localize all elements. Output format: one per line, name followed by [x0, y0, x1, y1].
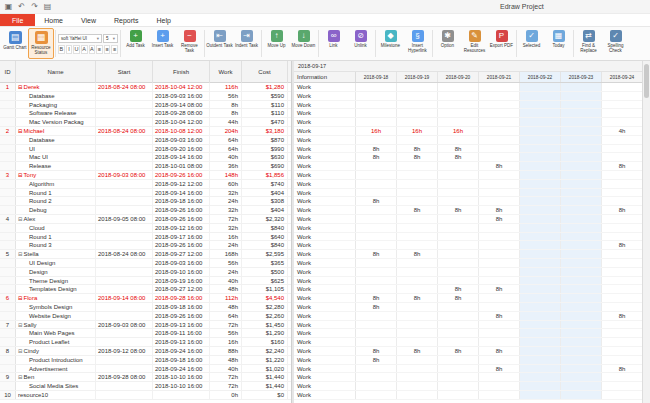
timeline-row[interactable]: Work — [294, 233, 642, 242]
timeline-row[interactable]: Work8h8h — [294, 162, 642, 171]
timeline-row[interactable]: Work8h8h8h8h — [294, 347, 642, 356]
collapse-icon[interactable]: ⊟ — [18, 216, 23, 222]
add-task-button[interactable]: +Add Task — [122, 28, 149, 59]
collapse-icon[interactable]: ⊟ — [18, 295, 23, 301]
timeline-row[interactable]: Work8h8h8h — [294, 294, 642, 303]
table-row[interactable]: Website Design2018-09-26 16:0064h$2,260 — [0, 312, 291, 321]
timeline-row[interactable]: Work8h8h — [294, 365, 642, 374]
table-row[interactable]: UI Design2018-09-03 16:0056h$365 — [0, 259, 291, 268]
remove-task-button[interactable]: −Remove Task — [176, 28, 203, 59]
indent-task-button[interactable]: ⇥Indent Task — [233, 28, 260, 59]
table-row[interactable]: 2⊟Michael2018-08-24 08:002018-10-08 12:0… — [0, 127, 291, 136]
timeline-row[interactable]: Work8h8h — [294, 250, 642, 259]
timeline-row[interactable]: Work8h8h8h — [294, 145, 642, 154]
table-row[interactable]: Database2018-09-03 16:0056h$590 — [0, 92, 291, 101]
table-row[interactable]: 9⊟Ben2018-09-28 08:002018-10-10 16:0072h… — [0, 373, 291, 382]
timeline-row[interactable]: Work — [294, 101, 642, 110]
timeline-row[interactable]: Work — [294, 321, 642, 330]
insert-hyperlink-button[interactable]: §Insert Hyperlink — [404, 28, 431, 59]
table-row[interactable]: Product Introduction2018-09-18 16:0048h$… — [0, 356, 291, 365]
table-row[interactable]: Advertisement2018-09-24 16:0040h$1,020 — [0, 365, 291, 374]
today-button[interactable]: ▦Today — [545, 28, 572, 59]
table-row[interactable]: Main Web Pages2018-09-11 16:0056h$1,290 — [0, 329, 291, 338]
column-header-cost[interactable]: Cost — [242, 61, 288, 83]
redo-icon[interactable]: ↷ — [29, 1, 40, 12]
spelling-check-button[interactable]: ✓Spelling Check — [602, 28, 629, 59]
table-row[interactable]: Design2018-09-10 16:0024h$500 — [0, 268, 291, 277]
grow-font-button[interactable]: A — [81, 45, 88, 54]
collapse-icon[interactable]: ⊟ — [18, 251, 23, 257]
table-row[interactable]: Cloud2018-09-12 16:0032h$840 — [0, 224, 291, 233]
table-row[interactable]: Mac UI2018-09-14 16:0040h$630 — [0, 153, 291, 162]
link-button[interactable]: ∞Link — [320, 28, 347, 59]
timeline-row[interactable]: Work — [294, 109, 642, 118]
gantt-chart-button[interactable]: ▤Gantt Chart — [2, 28, 28, 59]
timeline-row[interactable]: Work — [294, 189, 642, 198]
undo-icon[interactable]: ↶ — [16, 1, 27, 12]
table-row[interactable]: 8⊟Cindy2018-09-12 08:002018-09-24 16:008… — [0, 347, 291, 356]
align-right-icon[interactable]: ≡ — [111, 45, 118, 54]
table-row[interactable]: 7⊟Sally2018-09-03 08:002018-09-13 16:007… — [0, 321, 291, 330]
timeline-row[interactable]: Work — [294, 92, 642, 101]
column-header-finish[interactable]: Finish — [153, 61, 210, 83]
timeline-row[interactable]: Work — [294, 118, 642, 127]
table-row[interactable]: Database2018-09-03 16:0064h$870 — [0, 136, 291, 145]
table-row[interactable]: Debug2018-09-26 16:0032h$404 — [0, 206, 291, 215]
column-header-start[interactable]: Start — [96, 61, 153, 83]
timeline-row[interactable]: Work — [294, 180, 642, 189]
table-row[interactable]: Software Release2018-09-28 08:008h$110 — [0, 109, 291, 118]
timeline-row[interactable]: Work — [294, 268, 642, 277]
unlink-button[interactable]: ⊘Unlink — [347, 28, 374, 59]
align-center-icon[interactable]: ≡ — [104, 45, 111, 54]
timeline-row[interactable]: Work8h — [294, 241, 642, 250]
timeline-row[interactable]: Work8h — [294, 197, 642, 206]
timeline-row[interactable]: Work — [294, 259, 642, 268]
timeline-row[interactable]: Work8h8h8h8h — [294, 206, 642, 215]
table-row[interactable]: Mac Version Packag2018-10-04 12:0044h$47… — [0, 118, 291, 127]
menu-item-file[interactable]: File — [0, 14, 35, 26]
table-row[interactable]: 1⊟Derek2018-08-24 08:002018-10-04 12:001… — [0, 83, 291, 92]
table-row[interactable]: Release2018-10-01 08:0036h$690 — [0, 162, 291, 171]
collapse-icon[interactable]: ⊟ — [18, 172, 23, 178]
column-header-id[interactable]: ID — [0, 61, 16, 83]
table-row[interactable]: 10resource100h$0 — [0, 391, 291, 400]
table-row[interactable]: Round 12018-09-17 16:0016h$640 — [0, 233, 291, 242]
timeline-row[interactable]: Work — [294, 171, 642, 180]
timeline-row[interactable]: Work8h8h8h — [294, 153, 642, 162]
table-row[interactable]: Templates Design2018-09-27 12:0048h$1,10… — [0, 285, 291, 294]
timeline-row[interactable]: Work8h8h — [294, 312, 642, 321]
italic-button[interactable]: I — [66, 45, 73, 54]
outdent-task-button[interactable]: ⇤Outdent Task — [206, 28, 233, 59]
table-row[interactable]: Round 22018-09-18 16:0024h$308 — [0, 197, 291, 206]
table-row[interactable]: Round 32018-09-26 16:0024h$840 — [0, 241, 291, 250]
find-replace-button[interactable]: ⇄Find & Replace — [575, 28, 602, 59]
save-icon[interactable]: ▣ — [3, 1, 14, 12]
export-pdf-button[interactable]: PExport PDF — [488, 28, 515, 59]
edit-resources-button[interactable]: ✎Edit Resources — [461, 28, 488, 59]
print-icon[interactable]: ▤ — [42, 1, 53, 12]
column-header-name[interactable]: Name — [16, 61, 96, 83]
timeline-row[interactable]: Work — [294, 338, 642, 347]
selected-button[interactable]: ✓Selected — [518, 28, 545, 59]
collapse-icon[interactable]: ⊟ — [18, 322, 23, 328]
menu-item-help[interactable]: Help — [148, 14, 180, 26]
collapse-icon[interactable]: ⊟ — [18, 374, 23, 380]
font-size-select[interactable]: 5 ▾ — [103, 34, 118, 43]
collapse-icon[interactable]: ⊟ — [18, 84, 23, 90]
collapse-icon[interactable]: ⊟ — [18, 128, 23, 134]
timeline-row[interactable]: Work — [294, 224, 642, 233]
menu-item-home[interactable]: Home — [35, 14, 72, 26]
resource-status-button[interactable]: ▦Resource Status — [28, 28, 54, 59]
timeline-row[interactable]: Work8h — [294, 215, 642, 224]
table-row[interactable]: Symbols Design2018-09-18 16:0048h$2,280 — [0, 303, 291, 312]
font-family-select[interactable]: soft YaHei UI ▾ — [58, 34, 102, 43]
scrollbar-thumb[interactable] — [644, 64, 649, 98]
table-row[interactable]: UI2018-09-20 16:0064h$990 — [0, 145, 291, 154]
timeline-row[interactable]: Work — [294, 136, 642, 145]
milestone-button[interactable]: ◆Milestone — [377, 28, 404, 59]
align-left-icon[interactable]: ≡ — [96, 45, 103, 54]
timeline-row[interactable]: Work — [294, 329, 642, 338]
collapse-icon[interactable]: ⊟ — [18, 348, 23, 354]
table-row[interactable]: 5⊟Stella2018-08-24 08:002018-09-27 12:00… — [0, 250, 291, 259]
table-row[interactable]: 3⊟Tony2018-09-03 08:002018-09-26 16:0014… — [0, 171, 291, 180]
